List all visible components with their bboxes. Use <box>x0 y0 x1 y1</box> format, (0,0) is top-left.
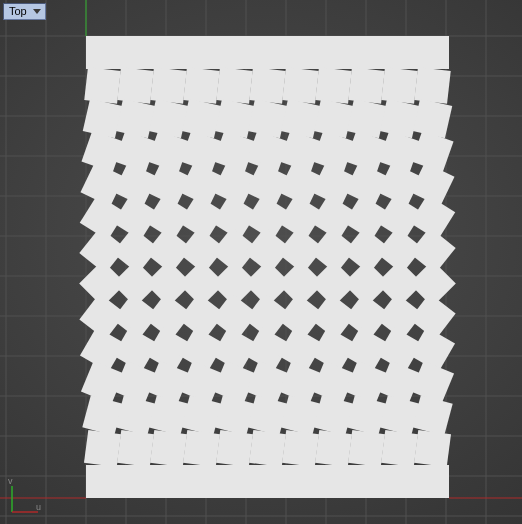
pattern-cell <box>117 430 154 467</box>
pattern-cell <box>348 430 385 467</box>
pattern-cell <box>215 99 255 139</box>
pattern-cell <box>346 395 386 435</box>
pattern-cell <box>414 430 451 467</box>
viewport[interactable]: Top v u <box>0 0 522 524</box>
pattern-cell <box>284 36 317 69</box>
pattern-cell <box>347 99 387 139</box>
pattern-cell <box>181 395 221 435</box>
pattern-cell <box>416 465 449 498</box>
pattern-cell <box>152 36 185 69</box>
pattern-cell <box>148 395 188 435</box>
pattern-cell <box>83 99 123 139</box>
pattern-cell <box>315 430 352 467</box>
pattern-cell <box>380 99 420 139</box>
pattern-cell <box>86 36 119 69</box>
pattern-cell <box>378 361 421 404</box>
pattern-cell <box>317 36 350 69</box>
pattern-cell <box>314 99 354 139</box>
pattern-cell <box>282 430 319 467</box>
pattern-cell <box>114 361 157 404</box>
viewport-canvas[interactable] <box>0 0 522 524</box>
pattern-cell <box>84 430 121 467</box>
pattern-cell <box>185 465 218 498</box>
pattern-cell <box>82 395 122 435</box>
pattern-cell <box>350 36 383 69</box>
pattern-cell <box>383 465 416 498</box>
pattern-cell <box>149 99 189 139</box>
pattern-cell <box>315 67 351 103</box>
pattern-cell <box>81 361 124 404</box>
pattern-cell <box>317 465 350 498</box>
pattern-cell <box>152 465 185 498</box>
axis-v-label: v <box>8 476 13 486</box>
pattern-cell <box>116 99 156 139</box>
pattern-cell <box>248 99 288 139</box>
pattern-cell <box>251 36 284 69</box>
pattern-cell <box>416 36 449 69</box>
pattern-cell <box>412 395 452 435</box>
pattern-cell <box>183 67 219 103</box>
pattern-cell <box>379 395 419 435</box>
pattern-cell <box>411 361 454 404</box>
pattern-cell <box>185 36 218 69</box>
pattern-cell <box>381 67 417 103</box>
pattern-cell <box>345 361 388 404</box>
pattern-cell <box>86 465 119 498</box>
pattern-cell <box>281 99 321 139</box>
pattern-cell <box>84 67 120 103</box>
pattern-cell <box>147 361 190 404</box>
pattern-cell <box>313 395 353 435</box>
pattern-object[interactable] <box>79 36 456 498</box>
pattern-cell <box>247 395 287 435</box>
pattern-cell <box>216 430 253 467</box>
pattern-cell <box>150 67 186 103</box>
pattern-cell <box>180 361 223 404</box>
pattern-cell <box>249 67 285 103</box>
viewport-label-button[interactable]: Top <box>3 3 46 20</box>
pattern-cell <box>183 430 220 467</box>
pattern-cell <box>216 67 252 103</box>
pattern-cell <box>150 430 187 467</box>
pattern-cell <box>348 67 384 103</box>
axis-u-label: u <box>36 502 41 512</box>
pattern-cell <box>381 430 418 467</box>
pattern-cell <box>213 361 256 404</box>
pattern-cell <box>282 67 318 103</box>
pattern-cell <box>284 465 317 498</box>
pattern-cell <box>119 465 152 498</box>
pattern-cell <box>279 361 322 404</box>
pattern-cell <box>246 361 289 404</box>
pattern-cell <box>383 36 416 69</box>
pattern-cell <box>218 36 251 69</box>
pattern-cell <box>414 67 450 103</box>
pattern-cell <box>218 465 251 498</box>
pattern-cell <box>117 67 153 103</box>
viewport-label-text: Top <box>9 5 27 18</box>
pattern-cell <box>251 465 284 498</box>
axis-indicator: v u <box>6 478 46 518</box>
pattern-cell <box>182 99 222 139</box>
pattern-cell <box>119 36 152 69</box>
pattern-cell <box>214 395 254 435</box>
pattern-cell <box>350 465 383 498</box>
pattern-cell <box>249 430 286 467</box>
pattern-cell <box>115 395 155 435</box>
pattern-cell <box>312 361 355 404</box>
dropdown-arrow-icon <box>33 9 41 14</box>
